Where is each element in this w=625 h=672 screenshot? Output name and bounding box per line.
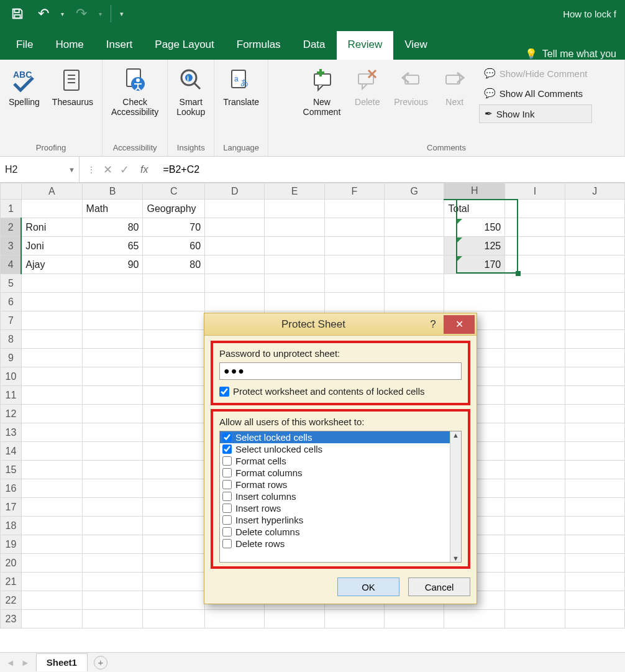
cell-G3[interactable] — [385, 237, 444, 255]
tab-formulas[interactable]: Formulas — [226, 31, 292, 60]
cell-I20[interactable] — [505, 554, 565, 573]
allow-option-checkbox[interactable] — [222, 468, 232, 477]
row-header-15[interactable]: 15 — [1, 461, 22, 479]
cell-I13[interactable] — [505, 423, 565, 442]
cell-H23[interactable] — [444, 610, 505, 628]
col-header-C[interactable]: C — [143, 183, 205, 200]
cell-J6[interactable] — [565, 293, 624, 311]
cell-A5[interactable] — [21, 274, 82, 293]
cell-F23[interactable] — [324, 610, 384, 628]
cell-G1[interactable] — [385, 200, 444, 218]
cell-C4[interactable]: 80 — [143, 255, 205, 274]
col-header-A[interactable]: A — [21, 183, 82, 200]
cell-C16[interactable] — [143, 479, 205, 498]
cell-J11[interactable] — [565, 386, 624, 405]
cell-B7[interactable] — [82, 311, 143, 330]
allow-option-format-rows[interactable]: Format rows — [220, 479, 461, 490]
cell-C14[interactable] — [143, 442, 205, 461]
cell-A14[interactable] — [21, 442, 82, 461]
cell-G23[interactable] — [385, 610, 444, 628]
row-header-21[interactable]: 21 — [1, 573, 22, 591]
cell-C17[interactable] — [143, 498, 205, 517]
col-header-G[interactable]: G — [385, 183, 444, 200]
enter-formula-icon[interactable]: ✓ — [120, 163, 129, 177]
col-header-I[interactable]: I — [505, 183, 565, 200]
cell-B14[interactable] — [82, 442, 143, 461]
cell-B20[interactable] — [82, 554, 143, 573]
cell-B12[interactable] — [82, 405, 143, 423]
allow-option-insert-rows[interactable]: Insert rows — [220, 502, 461, 514]
cell-A7[interactable] — [21, 311, 82, 330]
cell-J5[interactable] — [565, 274, 624, 293]
cell-J3[interactable] — [565, 237, 624, 255]
allow-option-checkbox[interactable] — [222, 433, 232, 442]
cell-J15[interactable] — [565, 461, 624, 479]
cell-G5[interactable] — [385, 274, 444, 293]
cell-C6[interactable] — [143, 293, 205, 311]
cell-B18[interactable] — [82, 517, 143, 535]
cell-I19[interactable] — [505, 535, 565, 554]
name-box-dropdown-icon[interactable]: ▼ — [68, 166, 75, 173]
check-accessibility-button[interactable]: Check Accessibility — [106, 63, 163, 119]
cell-B10[interactable] — [82, 367, 143, 386]
col-header-H[interactable]: H — [444, 183, 505, 200]
thesaurus-button[interactable]: Thesaurus — [47, 63, 98, 109]
allow-options-list[interactable]: Select locked cellsSelect unlocked cells… — [219, 431, 462, 563]
tab-review[interactable]: Review — [337, 31, 394, 60]
allow-option-checkbox[interactable] — [222, 492, 232, 501]
cell-J10[interactable] — [565, 367, 624, 386]
cell-F4[interactable] — [324, 255, 384, 274]
cell-C18[interactable] — [143, 517, 205, 535]
allow-option-format-columns[interactable]: Format columns — [220, 467, 461, 479]
cell-A3[interactable]: Joni — [21, 237, 82, 255]
cell-I10[interactable] — [505, 367, 565, 386]
cell-I3[interactable] — [505, 237, 565, 255]
cell-J12[interactable] — [565, 405, 624, 423]
cell-H3[interactable]: 125 — [444, 237, 505, 255]
cell-J4[interactable] — [565, 255, 624, 274]
list-scrollbar[interactable]: ▲ ▼ — [450, 431, 461, 562]
cell-D6[interactable] — [205, 293, 265, 311]
fx-icon[interactable]: fx — [137, 164, 152, 175]
cell-E6[interactable] — [265, 293, 324, 311]
dialog-help-button[interactable]: ? — [422, 318, 444, 331]
cell-A8[interactable] — [21, 330, 82, 349]
cell-C12[interactable] — [143, 405, 205, 423]
cell-B22[interactable] — [82, 591, 143, 610]
cell-E23[interactable] — [265, 610, 324, 628]
col-header-D[interactable]: D — [205, 183, 265, 200]
cell-B19[interactable] — [82, 535, 143, 554]
allow-option-insert-columns[interactable]: Insert columns — [220, 490, 461, 502]
cell-C21[interactable] — [143, 573, 205, 591]
cell-J17[interactable] — [565, 498, 624, 517]
cell-J22[interactable] — [565, 591, 624, 610]
password-input[interactable] — [219, 362, 462, 380]
options-icon[interactable]: ⋮ — [87, 165, 96, 175]
row-header-9[interactable]: 9 — [1, 349, 22, 367]
row-header-5[interactable]: 5 — [1, 274, 22, 293]
cell-I21[interactable] — [505, 573, 565, 591]
cell-C9[interactable] — [143, 349, 205, 367]
cell-B5[interactable] — [82, 274, 143, 293]
row-header-7[interactable]: 7 — [1, 311, 22, 330]
allow-option-checkbox[interactable] — [222, 539, 232, 548]
row-header-17[interactable]: 17 — [1, 498, 22, 517]
scroll-down-icon[interactable]: ▼ — [452, 555, 459, 562]
cell-I22[interactable] — [505, 591, 565, 610]
cell-A13[interactable] — [21, 423, 82, 442]
row-header-10[interactable]: 10 — [1, 367, 22, 386]
formula-input[interactable] — [159, 157, 625, 182]
add-sheet-button[interactable]: + — [94, 656, 107, 670]
cell-C2[interactable]: 70 — [143, 218, 205, 237]
redo-icon[interactable]: ↷ — [73, 5, 90, 22]
allow-option-delete-rows[interactable]: Delete rows — [220, 538, 461, 550]
cell-E3[interactable] — [265, 237, 324, 255]
cell-B21[interactable] — [82, 573, 143, 591]
sheet-tab-sheet1[interactable]: Sheet1 — [36, 653, 88, 671]
cell-J13[interactable] — [565, 423, 624, 442]
scroll-up-icon[interactable]: ▲ — [452, 431, 459, 439]
row-header-22[interactable]: 22 — [1, 591, 22, 610]
cell-B9[interactable] — [82, 349, 143, 367]
cell-A20[interactable] — [21, 554, 82, 573]
cell-C11[interactable] — [143, 386, 205, 405]
